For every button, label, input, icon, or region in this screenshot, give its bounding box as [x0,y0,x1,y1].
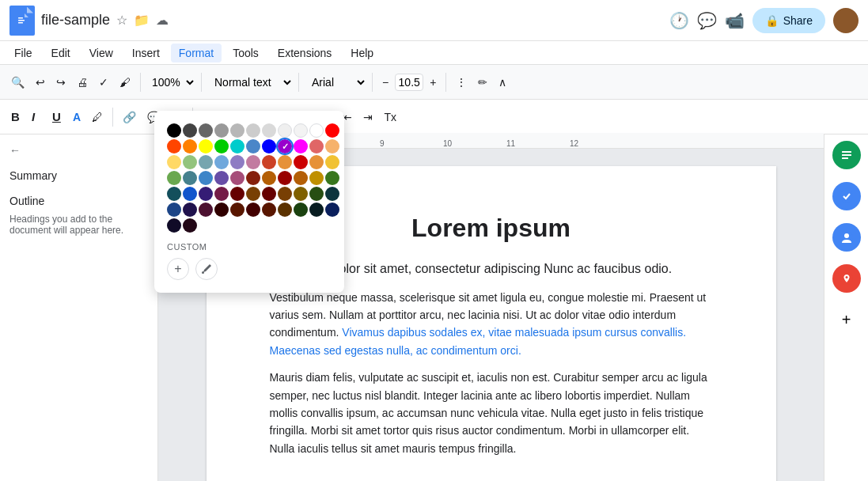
color-swatch-0-4[interactable] [230,123,244,138]
color-swatch-1-2[interactable] [183,139,197,153]
color-swatch-4-7[interactable] [214,187,229,201]
color-swatch-1-0[interactable] [325,123,339,138]
color-swatch-4-3[interactable] [325,171,339,185]
search-button[interactable]: 🔍 [6,73,29,92]
zoom-select[interactable]: 100% [146,74,196,91]
avatar[interactable] [833,8,859,33]
color-swatch-0-0[interactable] [167,123,181,138]
menu-help[interactable]: Help [343,44,381,62]
contacts-icon[interactable] [832,223,861,252]
color-swatch-0-3[interactable] [214,123,229,138]
color-swatch-1-9[interactable] [294,139,308,153]
menu-tools[interactable]: Tools [225,44,267,62]
add-custom-color-button[interactable]: + [167,258,189,280]
collapse-button[interactable]: ∧ [494,73,511,92]
undo-button[interactable]: ↩ [31,73,50,92]
add-plugin-icon[interactable]: + [832,305,861,334]
highlight-color-button[interactable]: 🖊 [87,108,108,127]
italic-button[interactable]: I [27,107,46,127]
color-swatch-4-0[interactable] [278,171,292,185]
spellcheck-button[interactable]: ✓ [94,73,113,92]
color-swatch-2-2[interactable] [167,155,181,169]
color-swatch-3-0[interactable] [294,155,308,169]
color-swatch-5-0[interactable] [262,187,276,201]
color-swatch-4-4[interactable] [167,187,181,201]
color-swatch-0-1[interactable] [183,123,197,138]
color-swatch-1-1[interactable] [167,139,181,153]
color-swatch-4-5[interactable] [183,187,197,201]
color-swatch-1-7[interactable] [262,139,276,153]
color-swatch-4-6[interactable] [199,187,213,201]
sheets-icon[interactable] [832,141,861,169]
color-swatch-5-6[interactable] [183,203,197,217]
print-button[interactable]: 🖨 [72,73,93,92]
underline-button[interactable]: U [47,107,66,127]
paint-format-button[interactable]: 🖌 [115,73,135,92]
color-swatch-0-5[interactable] [246,123,260,138]
clear-formatting-button[interactable]: Tx [379,108,401,127]
color-swatch-2-8[interactable] [262,155,276,169]
color-swatch-4-9[interactable] [246,187,260,201]
color-swatch-3-9[interactable] [262,171,276,185]
color-swatch-1-4[interactable] [214,139,229,153]
color-swatch-3-2[interactable] [325,155,339,169]
color-swatch-3-8[interactable] [246,171,260,185]
color-swatch-1-8[interactable] [278,139,292,153]
history-icon[interactable]: 🕐 [669,11,689,30]
font-size-decrease[interactable]: − [377,73,393,92]
color-swatch-5-8[interactable] [214,203,229,217]
color-swatch-1-3[interactable] [199,139,213,153]
color-swatch-3-6[interactable] [214,171,229,185]
color-swatch-0-2[interactable] [199,123,213,138]
color-swatch-6-6[interactable] [167,218,181,233]
color-swatch-5-9[interactable] [230,203,244,217]
star-icon[interactable]: ☆ [116,13,127,28]
tasks-icon[interactable] [832,182,861,210]
color-swatch-2-7[interactable] [246,155,260,169]
more-options-button[interactable]: ⋮ [451,73,472,92]
bold-button[interactable]: B [6,107,25,127]
meet-icon[interactable]: 📹 [725,11,745,30]
sidebar-back-button[interactable]: ← [9,144,148,157]
color-swatch-3-4[interactable] [183,171,197,185]
color-swatch-1-6[interactable] [246,139,260,153]
color-swatch-2-9[interactable] [278,155,292,169]
menu-extensions[interactable]: Extensions [270,44,339,62]
font-size-input[interactable] [395,74,423,91]
color-swatch-0-8[interactable] [294,123,308,138]
font-size-increase[interactable]: + [425,73,441,92]
color-swatch-5-7[interactable] [199,203,213,217]
color-swatch-1-5[interactable] [230,139,244,153]
eyedropper-button[interactable] [195,258,218,280]
chat-icon[interactable]: 💬 [697,11,717,30]
color-swatch-2-6[interactable] [230,155,244,169]
color-swatch-4-2[interactable] [309,171,324,185]
color-swatch-3-7[interactable] [230,171,244,185]
color-swatch-5-2[interactable] [294,187,308,201]
color-swatch-2-1[interactable] [325,139,339,153]
color-swatch-6-5[interactable] [325,203,339,217]
cloud-icon[interactable]: ☁ [156,13,169,28]
share-button[interactable]: 🔒 Share [752,8,825,33]
color-swatch-6-3[interactable] [294,203,308,217]
color-swatch-2-5[interactable] [214,155,229,169]
color-swatch-2-3[interactable] [183,155,197,169]
menu-edit[interactable]: Edit [44,44,78,62]
indent-increase-button[interactable]: ⇥ [358,108,377,127]
folder-icon[interactable]: 📁 [134,13,150,28]
color-swatch-5-1[interactable] [278,187,292,201]
menu-file[interactable]: File [6,44,40,62]
color-swatch-3-1[interactable] [309,155,324,169]
color-swatch-2-4[interactable] [199,155,213,169]
color-swatch-3-3[interactable] [167,171,181,185]
menu-insert[interactable]: Insert [124,44,168,62]
text-color-button[interactable]: A [68,108,85,127]
style-select[interactable]: Normal text [207,74,294,91]
color-swatch-6-1[interactable] [262,203,276,217]
redo-button[interactable]: ↪ [51,73,70,92]
color-swatch-0-9[interactable] [309,123,324,138]
maps-icon[interactable] [832,264,861,293]
color-swatch-6-7[interactable] [183,218,197,233]
color-swatch-5-5[interactable] [167,203,181,217]
color-swatch-0-6[interactable] [262,123,276,138]
